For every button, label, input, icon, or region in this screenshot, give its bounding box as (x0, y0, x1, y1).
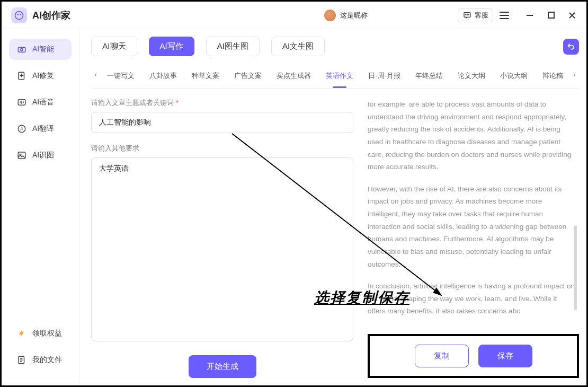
mode-tab-chat[interactable]: AI聊天 (91, 37, 137, 56)
output-paragraph: for example, are able to process vast am… (368, 98, 575, 173)
generate-button[interactable]: 开始生成 (189, 355, 256, 378)
svg-point-5 (467, 14, 467, 15)
other-textarea[interactable]: 大学英语 (91, 157, 353, 341)
svg-rect-8 (548, 12, 554, 18)
subtab-report[interactable]: 日-周-月报 (367, 67, 402, 85)
svg-point-0 (15, 11, 23, 19)
save-button[interactable]: 保存 (478, 345, 532, 367)
subtab-row: ‹ 一键写文 八卦故事 种草文案 广告文案 卖点生成器 英语作文 日-周-月报 … (91, 64, 579, 89)
maximize-button[interactable] (546, 11, 556, 20)
chat-icon (462, 11, 472, 20)
subtab-thesis[interactable]: 论文大纲 (457, 67, 486, 85)
svg-point-4 (466, 14, 466, 15)
mode-tab-write[interactable]: AI写作 (149, 37, 194, 56)
titlebar: AI创作家 这是昵称 客服 (2, 2, 586, 29)
copy-button[interactable]: 复制 (415, 345, 469, 367)
app-title: AI创作家 (32, 9, 70, 22)
mode-tab-txt2img[interactable]: AI文生图 (271, 37, 325, 56)
output-column: for example, are able to process vast am… (367, 98, 579, 378)
translate-icon: A (16, 124, 27, 134)
bolt-icon (16, 328, 27, 339)
subtab-gossip[interactable]: 八卦故事 (148, 67, 178, 85)
svg-point-6 (468, 14, 469, 15)
topic-label: 请输入文章主题或者关键词 * (91, 98, 353, 108)
sidebar-item-files[interactable]: 我的文件 (9, 349, 72, 371)
chevron-left-icon[interactable]: ‹ (94, 70, 97, 78)
sidebar-item-label: AI翻译 (32, 124, 54, 134)
app-logo (11, 7, 27, 23)
camera-icon (16, 44, 27, 55)
sidebar-item-ai-image[interactable]: AI识图 (9, 145, 72, 166)
subtab-quickwrite[interactable]: 一键写文 (106, 67, 136, 85)
mode-tabs: AI聊天 AI写作 AI图生图 AI文生图 (91, 37, 579, 56)
sidebar-item-ai-translate[interactable]: A AI翻译 (9, 118, 72, 139)
subtab-yearly[interactable]: 年终总结 (414, 67, 444, 85)
sidebar-item-label: AI智能 (32, 45, 54, 54)
output-paragraph: In conclusion, artificial intelligence i… (368, 280, 575, 318)
subtab-novel[interactable]: 小说大纲 (499, 67, 529, 85)
waveform-icon (16, 97, 27, 108)
sidebar-item-label: AI修复 (32, 71, 54, 81)
subtab-debate[interactable]: 辩论稿 (541, 67, 564, 85)
minimize-button[interactable] (525, 11, 534, 20)
form-column: 请输入文章主题或者关键词 * 请输入其他要求 大学英语 开始生成 (91, 98, 353, 378)
undo-button[interactable] (563, 39, 579, 55)
sidebar-item-label: AI语音 (32, 98, 54, 107)
sidebar-item-ai-smart[interactable]: AI智能 (9, 39, 72, 60)
close-button[interactable] (567, 11, 577, 20)
output-text: for example, are able to process vast am… (368, 98, 579, 324)
sparkle-doc-icon (16, 71, 27, 81)
svg-point-1 (17, 14, 19, 15)
sidebar-item-ai-repair[interactable]: AI修复 (9, 65, 72, 86)
svg-point-2 (20, 14, 21, 15)
menu-icon[interactable] (500, 12, 509, 19)
sidebar-item-ai-voice[interactable]: AI语音 (9, 92, 72, 113)
subtab-ad[interactable]: 广告文案 (233, 67, 263, 85)
chevron-right-icon[interactable]: › (573, 70, 576, 78)
svg-rect-11 (18, 47, 25, 52)
topic-input[interactable] (91, 112, 353, 133)
user-chip[interactable]: 这是昵称 (324, 10, 368, 21)
subtab-selling[interactable]: 卖点生成器 (275, 67, 312, 85)
output-paragraph: However, with the rise of AI, there are … (368, 183, 575, 270)
svg-text:A: A (20, 127, 23, 131)
sidebar-item-label: AI识图 (32, 151, 54, 160)
sidebar-item-label: 我的文件 (32, 355, 62, 365)
main-panel: AI聊天 AI写作 AI图生图 AI文生图 ‹ 一键写文 八卦故事 种草文案 广… (79, 29, 586, 385)
folder-icon (16, 355, 27, 365)
subtab-grass[interactable]: 种草文案 (191, 67, 220, 85)
support-button[interactable]: 客服 (458, 8, 493, 22)
sidebar-item-label: 领取权益 (32, 329, 62, 338)
sidebar: AI智能 AI修复 AI语音 A AI翻译 AI识图 领取权益 我的文件 (2, 29, 79, 385)
svg-point-12 (21, 49, 23, 51)
other-label: 请输入其他要求 (91, 144, 353, 153)
sidebar-item-benefits[interactable]: 领取权益 (9, 323, 72, 344)
subtab-english[interactable]: 英语作文 (325, 67, 354, 85)
image-icon (16, 150, 27, 161)
avatar (324, 10, 336, 21)
nickname: 这是昵称 (340, 11, 368, 20)
action-row: 复制 保存 (368, 334, 579, 378)
support-label: 客服 (475, 11, 488, 20)
mode-tab-img2img[interactable]: AI图生图 (206, 37, 260, 56)
scrollbar-thumb[interactable] (574, 225, 577, 310)
